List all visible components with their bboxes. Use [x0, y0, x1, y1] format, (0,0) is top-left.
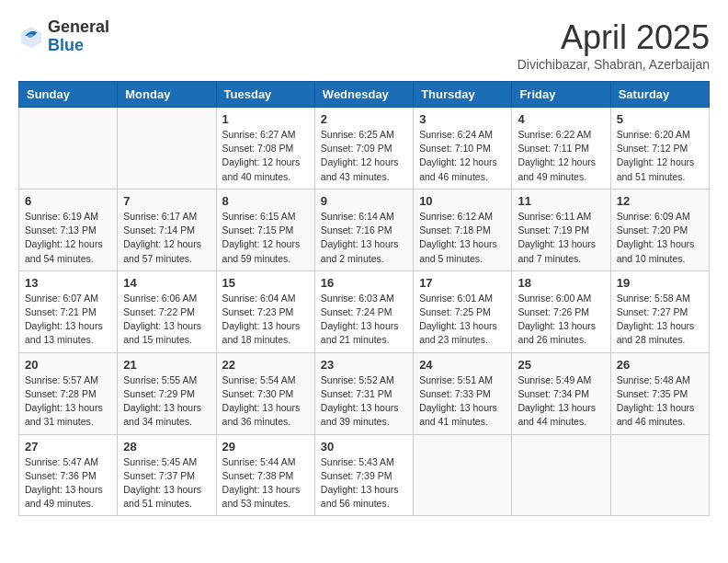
day-number: 17: [419, 276, 506, 290]
calendar-cell: [414, 434, 512, 516]
calendar-cell: 24Sunrise: 5:51 AM Sunset: 7:33 PM Dayli…: [414, 352, 512, 434]
day-info: Sunrise: 6:06 AM Sunset: 7:22 PM Dayligh…: [123, 292, 210, 348]
day-info: Sunrise: 6:01 AM Sunset: 7:25 PM Dayligh…: [419, 292, 506, 348]
day-info: Sunrise: 6:09 AM Sunset: 7:20 PM Dayligh…: [617, 210, 703, 266]
day-number: 27: [25, 440, 111, 454]
calendar-cell: 3Sunrise: 6:24 AM Sunset: 7:10 PM Daylig…: [414, 108, 512, 190]
calendar-cell: 5Sunrise: 6:20 AM Sunset: 7:12 PM Daylig…: [610, 108, 709, 190]
day-info: Sunrise: 6:11 AM Sunset: 7:19 PM Dayligh…: [518, 210, 604, 266]
day-info: Sunrise: 6:04 AM Sunset: 7:23 PM Dayligh…: [222, 292, 309, 348]
day-number: 13: [25, 276, 111, 290]
day-number: 12: [617, 194, 703, 208]
day-number: 1: [222, 112, 309, 126]
calendar-cell: 28Sunrise: 5:45 AM Sunset: 7:37 PM Dayli…: [118, 434, 216, 516]
day-number: 29: [222, 440, 309, 454]
day-number: 25: [518, 358, 604, 372]
calendar-week-row: 6Sunrise: 6:19 AM Sunset: 7:13 PM Daylig…: [19, 189, 710, 270]
calendar-cell: 17Sunrise: 6:01 AM Sunset: 7:25 PM Dayli…: [414, 270, 512, 352]
calendar-cell: 11Sunrise: 6:11 AM Sunset: 7:19 PM Dayli…: [512, 189, 610, 270]
day-number: 15: [222, 276, 309, 290]
calendar-cell: 4Sunrise: 6:22 AM Sunset: 7:11 PM Daylig…: [512, 108, 610, 190]
day-info: Sunrise: 5:47 AM Sunset: 7:36 PM Dayligh…: [25, 455, 111, 511]
calendar-cell: 29Sunrise: 5:44 AM Sunset: 7:38 PM Dayli…: [216, 434, 314, 516]
weekday-header: Saturday: [610, 82, 709, 108]
day-number: 21: [123, 358, 210, 372]
day-info: Sunrise: 6:00 AM Sunset: 7:26 PM Dayligh…: [518, 292, 604, 348]
day-info: Sunrise: 5:51 AM Sunset: 7:33 PM Dayligh…: [419, 373, 506, 430]
day-info: Sunrise: 5:58 AM Sunset: 7:27 PM Dayligh…: [617, 292, 703, 348]
calendar-cell: 2Sunrise: 6:25 AM Sunset: 7:09 PM Daylig…: [314, 108, 413, 190]
day-number: 20: [25, 358, 111, 372]
weekday-header-row: SundayMondayTuesdayWednesdayThursdayFrid…: [19, 82, 710, 108]
day-info: Sunrise: 5:57 AM Sunset: 7:28 PM Dayligh…: [25, 373, 111, 430]
weekday-header: Monday: [118, 82, 216, 108]
day-number: 9: [321, 194, 407, 208]
day-info: Sunrise: 5:52 AM Sunset: 7:31 PM Dayligh…: [321, 373, 407, 430]
day-info: Sunrise: 6:25 AM Sunset: 7:09 PM Dayligh…: [321, 128, 407, 184]
calendar-week-row: 27Sunrise: 5:47 AM Sunset: 7:36 PM Dayli…: [19, 434, 710, 516]
day-number: 8: [222, 194, 309, 208]
title-block: April 2025 Divichibazar, Shabran, Azerba…: [518, 18, 710, 72]
weekday-header: Thursday: [414, 82, 512, 108]
calendar-cell: 16Sunrise: 6:03 AM Sunset: 7:24 PM Dayli…: [314, 270, 413, 352]
day-info: Sunrise: 6:24 AM Sunset: 7:10 PM Dayligh…: [419, 128, 506, 184]
day-number: 24: [419, 358, 506, 372]
calendar-cell: 25Sunrise: 5:49 AM Sunset: 7:34 PM Dayli…: [512, 352, 610, 434]
calendar-cell: [610, 434, 709, 516]
calendar-table: SundayMondayTuesdayWednesdayThursdayFrid…: [18, 81, 710, 516]
calendar-cell: 8Sunrise: 6:15 AM Sunset: 7:15 PM Daylig…: [216, 189, 314, 270]
logo-general: General: [48, 18, 109, 37]
day-number: 14: [123, 276, 210, 290]
day-number: 30: [321, 440, 407, 454]
calendar-cell: 26Sunrise: 5:48 AM Sunset: 7:35 PM Dayli…: [610, 352, 709, 434]
calendar-cell: 21Sunrise: 5:55 AM Sunset: 7:29 PM Dayli…: [118, 352, 216, 434]
day-info: Sunrise: 5:49 AM Sunset: 7:34 PM Dayligh…: [518, 373, 604, 430]
calendar-cell: 14Sunrise: 6:06 AM Sunset: 7:22 PM Dayli…: [118, 270, 216, 352]
location-subtitle: Divichibazar, Shabran, Azerbaijan: [518, 57, 710, 72]
calendar-week-row: 13Sunrise: 6:07 AM Sunset: 7:21 PM Dayli…: [19, 270, 710, 352]
calendar-cell: 1Sunrise: 6:27 AM Sunset: 7:08 PM Daylig…: [216, 108, 314, 190]
day-number: 28: [123, 440, 210, 454]
day-info: Sunrise: 6:20 AM Sunset: 7:12 PM Dayligh…: [617, 128, 703, 184]
day-number: 10: [419, 194, 506, 208]
page-header: General Blue April 2025 Divichibazar, Sh…: [18, 18, 710, 72]
calendar-cell: 6Sunrise: 6:19 AM Sunset: 7:13 PM Daylig…: [19, 189, 118, 270]
logo-text: General Blue: [48, 18, 109, 55]
day-number: 4: [518, 112, 604, 126]
day-info: Sunrise: 6:12 AM Sunset: 7:18 PM Dayligh…: [419, 210, 506, 266]
day-number: 23: [321, 358, 407, 372]
day-info: Sunrise: 6:17 AM Sunset: 7:14 PM Dayligh…: [123, 210, 210, 266]
weekday-header: Friday: [512, 82, 610, 108]
month-title: April 2025: [518, 18, 710, 57]
weekday-header: Tuesday: [216, 82, 314, 108]
logo-blue: Blue: [48, 37, 109, 55]
calendar-cell: 27Sunrise: 5:47 AM Sunset: 7:36 PM Dayli…: [19, 434, 118, 516]
day-info: Sunrise: 6:27 AM Sunset: 7:08 PM Dayligh…: [222, 128, 309, 184]
calendar-cell: [19, 108, 118, 190]
calendar-cell: [512, 434, 610, 516]
day-info: Sunrise: 6:22 AM Sunset: 7:11 PM Dayligh…: [518, 128, 604, 184]
day-info: Sunrise: 5:54 AM Sunset: 7:30 PM Dayligh…: [222, 373, 309, 430]
day-info: Sunrise: 6:14 AM Sunset: 7:16 PM Dayligh…: [321, 210, 407, 266]
day-number: 11: [518, 194, 604, 208]
day-info: Sunrise: 5:55 AM Sunset: 7:29 PM Dayligh…: [123, 373, 210, 430]
day-number: 18: [518, 276, 604, 290]
calendar-cell: 30Sunrise: 5:43 AM Sunset: 7:39 PM Dayli…: [314, 434, 413, 516]
day-number: 16: [321, 276, 407, 290]
calendar-cell: 23Sunrise: 5:52 AM Sunset: 7:31 PM Dayli…: [314, 352, 413, 434]
day-number: 19: [617, 276, 703, 290]
day-info: Sunrise: 5:48 AM Sunset: 7:35 PM Dayligh…: [617, 373, 703, 430]
calendar-cell: 9Sunrise: 6:14 AM Sunset: 7:16 PM Daylig…: [314, 189, 413, 270]
weekday-header: Sunday: [19, 82, 118, 108]
day-number: 26: [617, 358, 703, 372]
day-number: 2: [321, 112, 407, 126]
day-info: Sunrise: 5:45 AM Sunset: 7:37 PM Dayligh…: [123, 455, 210, 511]
calendar-week-row: 1Sunrise: 6:27 AM Sunset: 7:08 PM Daylig…: [19, 108, 710, 190]
calendar-cell: 10Sunrise: 6:12 AM Sunset: 7:18 PM Dayli…: [414, 189, 512, 270]
calendar-cell: 7Sunrise: 6:17 AM Sunset: 7:14 PM Daylig…: [118, 189, 216, 270]
day-info: Sunrise: 5:43 AM Sunset: 7:39 PM Dayligh…: [321, 455, 407, 511]
day-number: 3: [419, 112, 506, 126]
day-number: 6: [25, 194, 111, 208]
day-number: 7: [123, 194, 210, 208]
calendar-cell: 22Sunrise: 5:54 AM Sunset: 7:30 PM Dayli…: [216, 352, 314, 434]
